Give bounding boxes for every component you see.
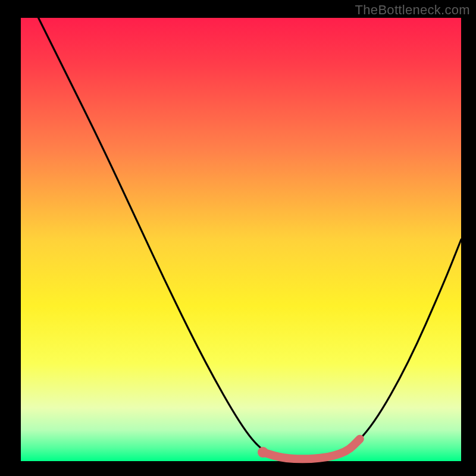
marker-dot: [258, 447, 268, 458]
bottleneck-chart: [0, 0, 476, 476]
plot-background: [21, 18, 461, 461]
chart-stage: TheBottleneck.com: [0, 0, 476, 476]
watermark-label: TheBottleneck.com: [355, 2, 470, 18]
